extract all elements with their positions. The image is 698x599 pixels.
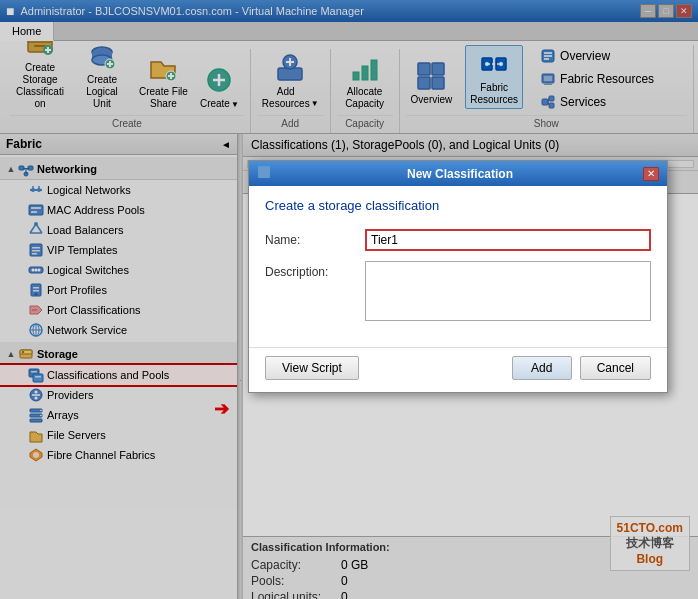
add-resources-arrow: ▼ [311,99,319,108]
storage-icon [18,346,34,362]
add-resources-button[interactable]: AddResources ▼ [257,49,324,113]
svg-point-98 [40,415,42,417]
logical-networks-label: Logical Networks [47,184,131,196]
overview-button[interactable]: Overview [406,45,458,109]
vm-button[interactable]: Fabric Resources [535,68,659,90]
create-icon [203,64,235,96]
svg-rect-20 [278,68,302,80]
mac-pools-icon [28,202,44,218]
title-bar: ■ Administrator - BJLCOSNSVM01.cosn.com … [0,0,698,22]
file-servers-icon [28,427,44,443]
tree-section-storage[interactable]: ▲ Storage [0,342,237,365]
modal-heading: Create a storage classification [265,198,651,213]
storage-expand[interactable]: ▲ [4,347,18,361]
cancel-button[interactable]: Cancel [580,356,651,380]
svg-rect-4 [34,45,46,47]
allocate-capacity-button[interactable]: AllocateCapacity [337,49,393,113]
watermark-line2: 技术博客 [617,535,683,552]
close-button[interactable]: ✕ [676,4,692,18]
hosts-clusters-button[interactable]: Services [535,91,659,113]
sidebar-item-port-classifications[interactable]: Port Classifications [0,300,237,320]
modal-titlebar: New Classification ✕ [249,161,667,186]
ribbon-tabs: Home [0,22,698,41]
fabric-resources-button[interactable]: FabricResources [465,45,523,109]
svg-rect-43 [544,76,552,81]
sidebar-item-providers[interactable]: Providers [0,385,237,405]
svg-rect-67 [32,247,40,249]
networking-expand[interactable]: ▲ [4,162,18,176]
svg-rect-25 [362,66,368,80]
svg-rect-89 [35,376,41,378]
classifications-pools-icon [28,367,44,383]
vm-icon [540,71,556,87]
sidebar-item-port-profiles[interactable]: Port Profiles [0,280,237,300]
load-balancers-label: Load Balancers [47,224,123,236]
allocate-capacity-label: AllocateCapacity [345,86,384,110]
window-title: Administrator - BJLCOSNSVM01.cosn.com - … [20,5,634,17]
svg-rect-28 [432,63,444,75]
tree-section-networking[interactable]: ▲ Networking [0,157,237,180]
create-file-share-icon [147,52,179,84]
overview-label: Overview [411,94,453,106]
modal-description-input[interactable] [365,261,651,321]
logical-networks-icon [28,182,44,198]
svg-point-71 [32,269,35,272]
modal-name-input[interactable] [365,229,651,251]
tree-area: ▲ Networking [0,155,237,599]
hosts-clusters-icon [540,94,556,110]
svg-rect-68 [32,250,40,252]
modal-field-description: Description: [265,261,651,321]
add-resources-label: AddResources [262,86,310,110]
right-panel-title: Classifications (1), StoragePools (0), a… [251,138,559,152]
sidebar-item-network-service[interactable]: Network Service [0,320,237,340]
maximize-button[interactable]: □ [658,4,674,18]
svg-rect-44 [542,99,548,105]
create-storage-classification-button[interactable]: Create StorageClassification [10,49,70,113]
view-script-button[interactable]: View Script [265,356,359,380]
svg-rect-51 [23,168,29,170]
tab-home[interactable]: Home [0,22,54,41]
sidebar-item-arrays[interactable]: Arrays [0,405,237,425]
vip-templates-label: VIP Templates [47,244,118,256]
svg-rect-108 [258,166,270,178]
services-icon [540,48,556,64]
modal-footer: View Script Add Cancel [249,347,667,392]
create-storage-label: Create StorageClassification [15,62,65,110]
modal-description-label: Description: [265,261,365,279]
sidebar-item-fibre-channel-fabrics[interactable]: Fibre Channel Fabrics [0,445,237,465]
svg-line-47 [548,98,549,102]
watermark-line1: 51CTO.com [617,521,683,535]
minimize-button[interactable]: ─ [640,4,656,18]
svg-point-72 [35,269,38,272]
fabric-resources-label: FabricResources [470,82,518,106]
port-profiles-icon [28,282,44,298]
sidebar-item-vip-templates[interactable]: VIP Templates [0,240,237,260]
watermark-line3: Blog [617,552,683,566]
svg-rect-27 [418,63,430,75]
add-button[interactable]: Add [512,356,572,380]
svg-point-93 [35,397,38,400]
panel-collapse-button[interactable]: ◄ [221,139,231,150]
modal-icon [257,165,271,182]
sidebar-item-mac-address-pools[interactable]: MAC Address Pools [0,200,237,220]
sidebar-item-logical-switches[interactable]: Logical Switches [0,260,237,280]
services-button[interactable]: Overview [535,45,659,67]
svg-point-85 [22,351,24,353]
modal-field-name: Name: [265,229,651,251]
modal-close-button[interactable]: ✕ [643,167,659,181]
sidebar-item-file-servers[interactable]: File Servers [0,425,237,445]
create-button[interactable]: Create ▼ [195,49,244,113]
panel-header: Fabric ◄ [0,134,237,155]
allocate-capacity-icon [349,52,381,84]
create-file-share-button[interactable]: Create FileShare [134,49,193,113]
svg-point-97 [40,410,42,412]
svg-rect-96 [30,419,42,422]
ribbon-group-show: Overview FabricResources [400,45,694,133]
sidebar-item-load-balancers[interactable]: Load Balancers [0,220,237,240]
sidebar-item-classifications-and-pools[interactable]: Classifications and Pools [0,365,237,385]
svg-point-75 [35,293,38,296]
ribbon-group-create-label: Create [10,115,244,129]
sidebar-item-logical-networks[interactable]: Logical Networks [0,180,237,200]
svg-rect-59 [29,205,43,215]
create-logical-unit-button[interactable]: CreateLogical Unit [72,49,132,113]
